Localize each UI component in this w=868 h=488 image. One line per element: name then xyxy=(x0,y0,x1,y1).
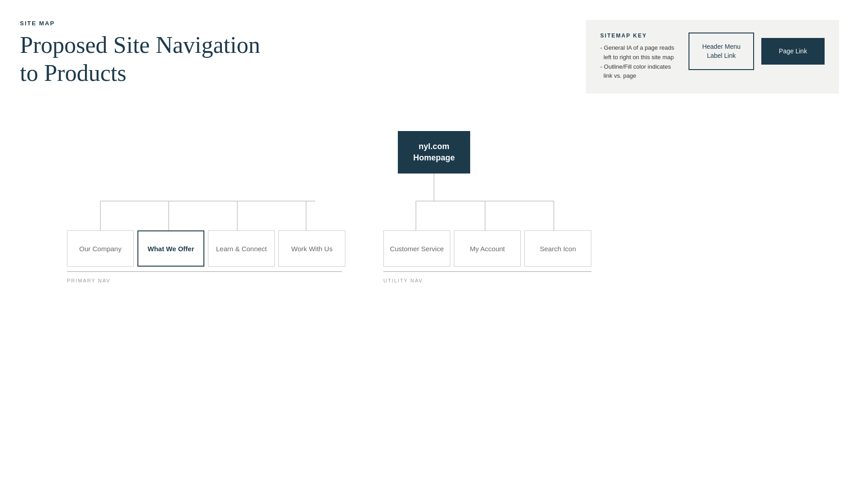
sitemap-key-label: SITEMAP KEY xyxy=(600,33,674,39)
header-left: SITE MAP Proposed Site Navigation to Pro… xyxy=(20,20,260,88)
root-node-line1: nyl.com xyxy=(419,142,449,151)
utility-nav-item-my-account[interactable]: My Account xyxy=(454,230,521,267)
diagram-wrapper: nyl.com Homepage Our Company What We Off… xyxy=(0,131,868,357)
bullet1: - General IA of a page reads left to rig… xyxy=(600,43,674,62)
primary-nav-item-learn-connect[interactable]: Learn & Connect xyxy=(208,230,275,267)
primary-nav-item-what-we-offer[interactable]: What We Offer xyxy=(137,230,204,267)
root-node: nyl.com Homepage xyxy=(398,131,470,174)
page-title-line2: to Products xyxy=(20,60,126,86)
primary-nav-item-work-with-us[interactable]: Work With Us xyxy=(278,230,345,267)
utility-nav-bottom-line xyxy=(383,271,591,272)
page-title-line1: Proposed Site Navigation xyxy=(20,32,260,58)
primary-nav-item-our-company[interactable]: Our Company xyxy=(67,230,134,267)
utility-nav-item-search-icon[interactable]: Search Icon xyxy=(524,230,591,267)
sitemap-key-content: SITEMAP KEY - General IA of a page reads… xyxy=(600,33,674,81)
primary-nav-label: PRIMARY NAV xyxy=(67,278,111,283)
site-map-label: SITE MAP xyxy=(20,20,260,27)
primary-nav-bottom-line xyxy=(67,271,342,272)
page-title: Proposed Site Navigation to Products xyxy=(20,31,260,88)
key-header-menu-link: Header MenuLabel Link xyxy=(689,33,754,70)
header: SITE MAP Proposed Site Navigation to Pro… xyxy=(0,0,868,94)
utility-nav-label: UTILITY NAV xyxy=(383,278,423,283)
utility-nav-item-customer-service[interactable]: Customer Service xyxy=(383,230,450,267)
sitemap-key-bullets: - General IA of a page reads left to rig… xyxy=(600,43,674,81)
sitemap-key: SITEMAP KEY - General IA of a page reads… xyxy=(586,20,839,94)
key-items: Header MenuLabel Link Page Link xyxy=(689,33,825,70)
primary-nav: Our Company What We Offer Learn & Connec… xyxy=(67,230,345,267)
utility-nav: Customer Service My Account Search Icon xyxy=(383,230,591,267)
bullet2: - Outline/Fill color indicates link vs. … xyxy=(600,62,674,81)
key-page-link: Page Link xyxy=(761,38,825,65)
root-node-line2: Homepage xyxy=(413,153,455,162)
